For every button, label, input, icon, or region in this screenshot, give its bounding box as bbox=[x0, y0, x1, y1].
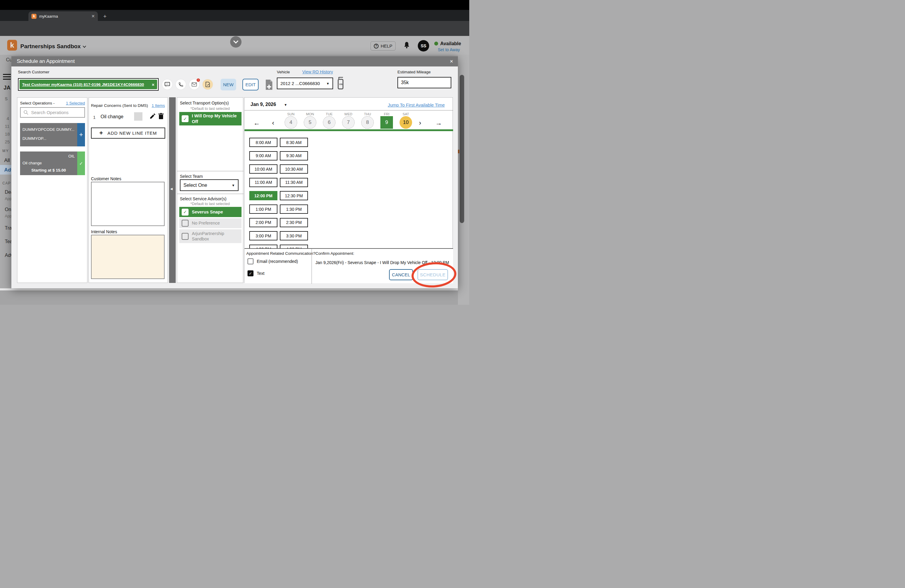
edit-customer-button[interactable]: EDIT bbox=[243, 79, 259, 91]
jump-to-first-available-link[interactable]: Jump To First Available Time bbox=[388, 102, 445, 108]
user-avatar[interactable]: SS bbox=[418, 40, 429, 51]
mileage-input[interactable] bbox=[397, 77, 451, 88]
time-slot-button[interactable]: 1:00 PM bbox=[249, 205, 278, 214]
date-selector[interactable]: Jan 9, 2026 ▼ bbox=[251, 102, 287, 107]
edit-pencil-icon[interactable] bbox=[149, 113, 156, 121]
document-edit-button[interactable] bbox=[203, 79, 213, 89]
day-of-week-label: SAT bbox=[396, 112, 415, 116]
advisor-option-1[interactable]: No Preference bbox=[179, 218, 241, 228]
calendar-day-8[interactable]: 8 bbox=[361, 116, 374, 129]
delete-trash-icon[interactable] bbox=[158, 113, 164, 121]
vin-scan-icon[interactable]: VIN bbox=[337, 77, 345, 91]
advisor-option-0[interactable]: ✓Severus Snape bbox=[179, 207, 241, 217]
tab-close-icon[interactable]: ✕ bbox=[91, 14, 95, 19]
customer-search-input[interactable]: Test Customer myKaarma (310) 817-0196 JM… bbox=[18, 78, 159, 91]
browser-tab[interactable]: k myKaarma ✕ bbox=[29, 11, 98, 21]
time-slot-button[interactable]: 11:30 AM bbox=[280, 178, 308, 187]
time-slot-button[interactable]: 9:30 AM bbox=[280, 151, 308, 161]
page-scrollbar-thumb[interactable] bbox=[460, 75, 464, 223]
new-customer-button[interactable]: NEW bbox=[221, 79, 236, 91]
advisor-option-2[interactable]: ArjunPartnership Sandbox bbox=[179, 229, 241, 243]
new-tab-button[interactable]: + bbox=[103, 13, 106, 20]
view-ro-history-link[interactable]: View RO History bbox=[302, 70, 333, 74]
page-scrollbar-track[interactable] bbox=[458, 55, 469, 305]
customer-chip[interactable]: Test Customer myKaarma (310) 817-0196 JM… bbox=[19, 79, 157, 89]
mykaarma-favicon: k bbox=[32, 14, 37, 19]
day-of-week-label: SUN bbox=[281, 112, 300, 116]
time-slot-button[interactable]: 10:30 AM bbox=[280, 164, 308, 174]
operations-selected-link[interactable]: 1 Selected bbox=[66, 101, 85, 105]
panel-collapse-divider[interactable]: ◀ bbox=[169, 97, 176, 283]
call-button[interactable] bbox=[176, 79, 186, 89]
checkbox-icon[interactable] bbox=[182, 233, 189, 240]
time-slot-button[interactable]: 3:00 PM bbox=[249, 231, 278, 240]
next-day-chevron[interactable]: › bbox=[419, 119, 421, 127]
customer-notes-textarea[interactable] bbox=[91, 182, 165, 226]
prev-day-chevron[interactable]: ‹ bbox=[272, 119, 274, 127]
team-select[interactable]: Select One▼ bbox=[180, 180, 238, 191]
items-count-link[interactable]: 1 Items bbox=[152, 103, 165, 108]
communication-option-email[interactable]: Email (recommended) bbox=[248, 258, 298, 264]
communication-option-text[interactable]: ✓Text bbox=[248, 270, 265, 277]
vehicle-select[interactable]: 2012 2 ...C0666830▼ bbox=[277, 78, 333, 89]
customer-chip-remove-icon[interactable]: × bbox=[152, 82, 154, 87]
time-slot-button[interactable]: 9:00 AM bbox=[249, 151, 278, 161]
background-text-fragment: All bbox=[4, 157, 10, 164]
collapse-header-button[interactable] bbox=[230, 36, 241, 48]
checkbox-icon[interactable]: ✓ bbox=[182, 209, 189, 216]
operation-selected-check[interactable]: ✓ bbox=[77, 151, 85, 175]
operations-search-box[interactable] bbox=[20, 107, 85, 118]
calendar-day-5[interactable]: 5 bbox=[304, 116, 316, 129]
transport-option-drop-off[interactable]: ✓I Will Drop My Vehicle Off bbox=[179, 112, 241, 126]
time-slot-button[interactable]: 10:00 AM bbox=[249, 164, 278, 174]
email-button[interactable]: ! bbox=[189, 79, 199, 89]
calendar-day-6[interactable]: 6 bbox=[323, 116, 335, 129]
time-slot-button[interactable]: 11:00 AM bbox=[249, 178, 278, 187]
color-swatch[interactable] bbox=[134, 112, 143, 121]
background-text-fragment: MY bbox=[2, 149, 9, 153]
communication-label: Appointment Related Communication? bbox=[246, 251, 316, 256]
select-operations-panel: Select Operations - 1 Selected DUMMYOPCO… bbox=[17, 97, 87, 283]
set-to-away-link[interactable]: Set to Away bbox=[438, 47, 460, 52]
time-slot-button[interactable]: 2:00 PM bbox=[249, 218, 278, 227]
time-slot-button[interactable]: 12:30 PM bbox=[280, 191, 308, 200]
operations-search-input[interactable] bbox=[31, 110, 76, 115]
prev-week-arrow[interactable]: ← bbox=[254, 119, 260, 127]
time-slot-button[interactable]: 4:00 PM bbox=[249, 245, 278, 248]
mykaarma-logo[interactable]: k bbox=[7, 40, 17, 51]
time-slot-button[interactable]: 8:30 AM bbox=[280, 138, 308, 147]
checkbox-icon[interactable]: ✓ bbox=[248, 270, 254, 277]
checkbox-icon[interactable]: ✓ bbox=[182, 115, 189, 122]
customer-chip-text[interactable]: Test Customer myKaarma (310) 817-0196 JM… bbox=[22, 82, 144, 87]
modal-close-icon[interactable]: × bbox=[450, 58, 453, 65]
add-file-icon[interactable] bbox=[265, 79, 273, 91]
time-slot-button[interactable]: 2:30 PM bbox=[280, 218, 308, 227]
notifications-bell-icon[interactable] bbox=[403, 41, 410, 50]
operation-card-dummy[interactable]: DUMMYOPCODE DUMMY... DUMMYOP... + bbox=[20, 123, 85, 146]
time-slot-button[interactable]: 12:00 PM bbox=[249, 191, 278, 200]
email-alert-badge: ! bbox=[197, 78, 200, 82]
time-slot-button[interactable]: 4:30 PM bbox=[280, 245, 308, 248]
calendar-day-4[interactable]: 4 bbox=[284, 116, 297, 129]
team-select-value: Select One bbox=[183, 183, 207, 188]
add-line-item-label: ADD NEW LINE ITEM bbox=[108, 130, 157, 136]
cancel-button[interactable]: CANCEL bbox=[389, 269, 413, 280]
help-button[interactable]: ? HELP bbox=[370, 41, 395, 51]
checkbox-icon[interactable] bbox=[182, 220, 189, 227]
time-slot-button[interactable]: 3:30 PM bbox=[280, 231, 308, 240]
internal-notes-textarea[interactable] bbox=[91, 235, 165, 279]
checkbox-icon[interactable] bbox=[248, 258, 254, 264]
hamburger-menu-icon[interactable] bbox=[3, 74, 11, 81]
operation-card-oil-change[interactable]: OIL Oil change Starting at $ 15.00 ✓ bbox=[20, 151, 85, 175]
text-message-button[interactable] bbox=[162, 79, 172, 89]
calendar-day-7[interactable]: 7 bbox=[342, 116, 355, 129]
add-operation-button[interactable]: + bbox=[77, 123, 85, 146]
add-new-line-item-button[interactable]: + ADD NEW LINE ITEM bbox=[91, 127, 165, 138]
dealership-selector[interactable]: Partnerships Sandbox bbox=[21, 43, 86, 50]
time-slot-button[interactable]: 8:00 AM bbox=[249, 138, 278, 147]
time-slot-button[interactable]: 1:30 PM bbox=[280, 205, 308, 214]
day-of-week-label: MON bbox=[300, 112, 320, 116]
calendar-day-10[interactable]: 10 bbox=[400, 116, 412, 129]
calendar-day-9[interactable]: 9 bbox=[380, 116, 393, 129]
next-week-arrow[interactable]: → bbox=[435, 119, 442, 127]
